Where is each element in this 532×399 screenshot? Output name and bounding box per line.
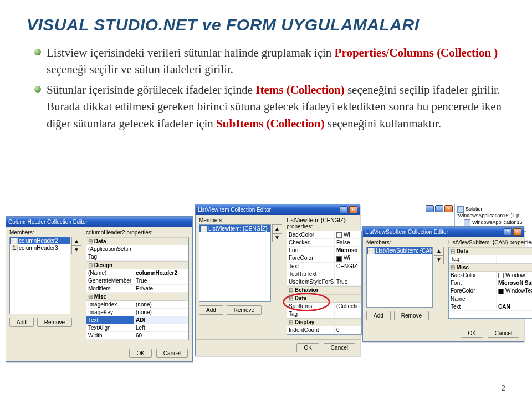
prop-row[interactable]: Tag (449, 255, 532, 263)
prop-row[interactable]: Name (449, 295, 532, 303)
prop-row[interactable]: ModifiersPrivate (86, 285, 188, 293)
help-icon[interactable]: ? (504, 228, 512, 236)
bullet-1: Listview içerisindeki verileri sütunlar … (32, 44, 505, 78)
add-button[interactable]: Add (366, 311, 391, 320)
prop-row[interactable]: BackColorWindow (449, 272, 532, 279)
prop-row[interactable]: ForeColorWi (287, 254, 361, 262)
prop-row[interactable]: GenerateMemberTrue (86, 277, 188, 285)
prop-row[interactable]: TextCENGİZ (287, 263, 361, 270)
ok-button[interactable]: OK (129, 349, 151, 358)
window-title: ListViewSubItem Collection Editor (365, 229, 448, 235)
category-behavior[interactable]: Behavior (287, 286, 361, 294)
prop-row[interactable]: ToolTipText (287, 270, 361, 278)
list-item[interactable]: 0ListViewItem: {CENGİZ} (200, 225, 270, 232)
property-grid[interactable]: Data (ApplicationSettin Tag Design (Name… (86, 237, 189, 340)
prop-row[interactable]: (ApplicationSettin (86, 245, 188, 253)
emphasis-items-collection: Items (Collection) (255, 83, 344, 96)
prop-row[interactable]: Tag (287, 310, 361, 318)
page-title: VISUAL STUDIO.NET ve FORM UYGULAMALARI (27, 16, 505, 34)
window-title: ListViewItem Collection Editor (198, 207, 271, 213)
remove-button[interactable]: Remove (394, 311, 429, 320)
category-data[interactable]: Data (86, 237, 188, 245)
titlebar[interactable]: ListViewSubItem Collection Editor ?× (363, 227, 524, 237)
prop-row[interactable]: ImageKey(none) (86, 309, 188, 316)
list-item[interactable]: 1columnHeader3 (10, 244, 70, 252)
members-listbox[interactable]: 0ListViewItem: {CENGİZ} (199, 224, 271, 302)
cancel-button[interactable]: Cancel (488, 329, 519, 338)
ok-button[interactable]: OK (296, 343, 319, 352)
prop-row[interactable]: CheckedFalse (287, 239, 361, 247)
columnheader-editor-window: ColumnHeader Collection Editor Members: … (6, 216, 193, 362)
project-node[interactable]: WindowsApplication15 (464, 219, 524, 226)
prop-row[interactable]: BackColorWi (287, 231, 361, 239)
add-button[interactable]: Add (199, 305, 223, 315)
cancel-button[interactable]: Cancel (156, 349, 188, 358)
minimize-icon[interactable]: _ (426, 205, 434, 212)
list-item[interactable]: 0columnHeader2 (10, 237, 70, 244)
move-up-button[interactable]: ▲ (272, 224, 282, 233)
text: seçeneği seçilir ve sütun ifadeleri giri… (47, 63, 233, 76)
prop-row[interactable]: FontMicroso (287, 247, 361, 254)
titlebar[interactable]: ListViewItem Collection Editor ?× (196, 204, 360, 215)
bullet-list: Listview içerisindeki verileri sütunlar … (27, 44, 505, 132)
help-icon[interactable]: ? (340, 206, 348, 213)
members-label: Members: (366, 239, 444, 245)
listviewsubitem-editor-window: ListViewSubItem Collection Editor ?× Mem… (362, 226, 524, 342)
emphasis-properties-columns: Properties/Columns (Collection ) (335, 46, 498, 59)
members-listbox[interactable]: 0ListViewSubItem: {CAN} (366, 247, 433, 308)
text: Sütunlar içerisinde görülecek ifadeler i… (47, 83, 255, 96)
category-display[interactable]: Display (287, 318, 361, 326)
properties-label: columnHeader2 properties: (86, 229, 189, 236)
close-icon[interactable]: × (444, 205, 453, 212)
maximize-icon[interactable]: □ (435, 205, 443, 212)
prop-row[interactable]: TextAlignLeft (86, 324, 188, 332)
list-item[interactable]: 0ListViewSubItem: {CAN} (367, 247, 432, 254)
cancel-button[interactable]: Cancel (324, 343, 355, 352)
move-up-button[interactable]: ▲ (71, 237, 81, 245)
prop-row-subitems[interactable]: SubItems(Collectio (287, 303, 361, 310)
category-misc[interactable]: Misc (449, 263, 532, 272)
prop-row[interactable]: IndentCount0 (287, 326, 361, 334)
prop-row[interactable]: (Name)columnHeader2 (86, 269, 188, 277)
emphasis-subitems-collection: SubItems (Collection) (216, 117, 324, 130)
prop-row[interactable]: ImageIndex(none) (86, 301, 188, 309)
remove-button[interactable]: Remove (227, 305, 262, 315)
close-icon[interactable]: × (349, 206, 357, 213)
properties-label: ListViewSubItem: {CAN} properties: (448, 239, 532, 245)
listviewitem-editor-window: ListViewItem Collection Editor ?× Member… (195, 204, 360, 356)
window-title: ColumnHeader Collection Editor (8, 219, 88, 225)
category-data[interactable]: Data (449, 247, 532, 255)
solution-node[interactable]: Solution 'WindowsApplication15' (1 p (457, 206, 524, 219)
prop-row[interactable]: ForeColorWindowText (449, 287, 532, 295)
screenshot-composite: _ □ × Solution 'WindowsApplication15' (1… (6, 204, 526, 376)
move-down-button[interactable]: ▼ (71, 245, 81, 254)
prop-row[interactable]: FontMicrosoft Sans Serif, (449, 279, 532, 287)
prop-row[interactable]: Width60 (86, 332, 188, 340)
prop-row-text[interactable]: TextADI (86, 316, 188, 324)
remove-button[interactable]: Remove (37, 318, 72, 327)
members-label: Members: (9, 229, 81, 236)
page-number: 2 (501, 383, 505, 392)
properties-label: ListViewItem: {CENGİZ} properties: (287, 217, 362, 229)
move-up-button[interactable]: ▲ (434, 247, 444, 255)
close-icon[interactable]: × (513, 228, 521, 236)
titlebar[interactable]: ColumnHeader Collection Editor (6, 217, 192, 227)
prop-row[interactable]: Tag (86, 253, 188, 261)
vs-window-controls: _ □ × (426, 205, 453, 212)
move-down-button[interactable]: ▼ (272, 233, 282, 242)
property-grid[interactable]: Data Tag Misc BackColorWindow FontMicros… (448, 247, 532, 319)
members-label: Members: (199, 217, 282, 223)
add-button[interactable]: Add (9, 318, 34, 327)
category-misc[interactable]: Misc (86, 293, 188, 301)
members-listbox[interactable]: 0columnHeader2 1columnHeader3 (9, 237, 70, 314)
text: seçeneğini kullanmaktır. (328, 117, 441, 130)
move-down-button[interactable]: ▼ (434, 255, 444, 264)
prop-row[interactable]: UseItemStyleForSTrue (287, 278, 361, 286)
ok-button[interactable]: OK (461, 329, 483, 338)
prop-row[interactable]: TextCAN (449, 303, 532, 311)
category-data[interactable]: Data (287, 294, 361, 303)
property-grid[interactable]: Appearance BackColorWi CheckedFalse Font… (287, 231, 362, 335)
bullet-2: Sütunlar içerisinde görülecek ifadeler i… (32, 81, 505, 132)
text: Listview içerisindeki verileri sütunlar … (47, 46, 335, 59)
category-design[interactable]: Design (86, 261, 188, 269)
